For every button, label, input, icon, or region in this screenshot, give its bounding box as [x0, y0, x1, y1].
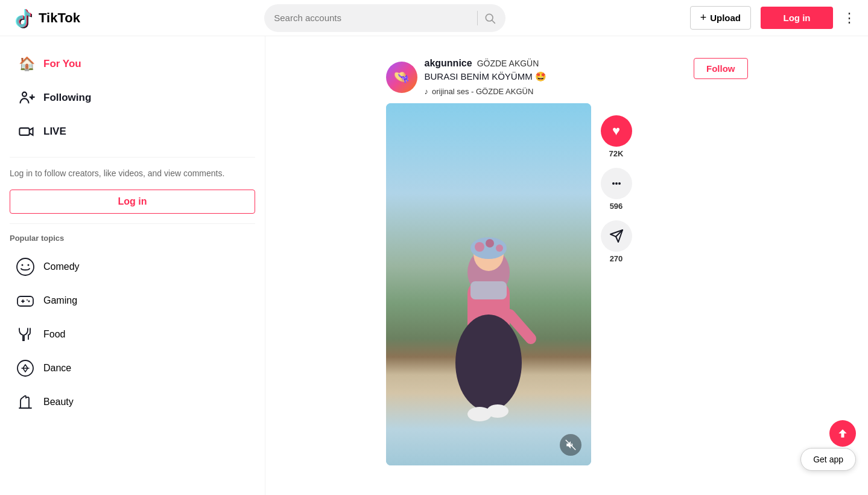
share-button[interactable] — [601, 220, 632, 252]
popular-topics-label: Popular topics — [10, 234, 255, 243]
topic-dance[interactable]: Dance — [10, 351, 255, 385]
sidebar: 🏠 For You Following — [0, 36, 265, 495]
search-divider — [477, 11, 478, 25]
layout: 🏠 For You Following — [0, 36, 868, 495]
video-card: 👒 akgunnice GÖZDE AKGÜN BURASI BENİM KÖY… — [386, 48, 748, 475]
header-right: + Upload Log in ⋮ — [690, 6, 856, 30]
header: TikTok + Upload Log in ⋮ — [0, 0, 868, 36]
upload-label: Upload — [710, 13, 741, 23]
main-nav: 🏠 For You Following — [10, 48, 255, 147]
live-icon — [17, 122, 36, 141]
music-icon: ♪ — [425, 87, 429, 96]
sidebar-item-label-live: LIVE — [43, 126, 66, 138]
svg-point-9 — [27, 299, 28, 301]
author-fullname: GÖZDE AKGÜN — [477, 59, 539, 68]
video-author: 👒 akgunnice GÖZDE AKGÜN BURASI BENİM KÖY… — [386, 58, 546, 96]
login-prompt: Log in to follow creators, like videos, … — [10, 167, 255, 180]
search-input[interactable] — [274, 13, 471, 23]
like-count: 72K — [609, 149, 624, 158]
video-description: BURASI BENİM KÖYÜMM 🤩 — [425, 71, 546, 82]
like-action: ♥ 72K — [601, 115, 632, 158]
heart-icon: ♥ — [612, 123, 620, 139]
search-button[interactable] — [484, 12, 496, 24]
svg-point-14 — [475, 242, 484, 252]
share-count: 270 — [610, 254, 623, 263]
svg-point-26 — [618, 182, 621, 185]
svg-point-19 — [455, 315, 522, 411]
svg-rect-3 — [19, 128, 29, 135]
upload-button[interactable]: + Upload — [690, 6, 751, 30]
svg-point-16 — [496, 244, 503, 252]
video-content-row: ♥ 72K 596 — [386, 103, 748, 465]
feed-container: 👒 akgunnice GÖZDE AKGÜN BURASI BENİM KÖY… — [386, 48, 748, 483]
comment-action: 596 — [601, 168, 632, 211]
sidebar-item-label-following: Following — [43, 92, 91, 104]
svg-point-25 — [615, 182, 618, 185]
arrow-up-icon — [837, 427, 849, 439]
header-login-button[interactable]: Log in — [761, 7, 833, 29]
topic-gaming[interactable]: Gaming — [10, 284, 255, 318]
comedy-icon — [14, 256, 36, 278]
svg-point-8 — [28, 301, 30, 302]
tiktok-logo-icon — [12, 7, 34, 29]
video-thumbnail[interactable] — [386, 103, 591, 465]
more-options-button[interactable]: ⋮ — [843, 10, 856, 26]
dance-icon — [14, 357, 36, 379]
search-bar[interactable] — [264, 4, 505, 32]
following-icon — [17, 88, 36, 107]
sidebar-item-for-you[interactable]: 🏠 For You — [10, 48, 255, 80]
topics-divider — [10, 223, 255, 224]
topic-food-label: Food — [43, 329, 65, 340]
svg-rect-18 — [470, 281, 507, 299]
topic-dance-label: Dance — [43, 363, 71, 374]
get-app-button[interactable]: Get app — [800, 448, 856, 471]
topic-comedy[interactable]: Comedy — [10, 250, 255, 284]
nav-divider — [10, 157, 255, 158]
topic-beauty-label: Beauty — [43, 397, 74, 407]
topic-beauty[interactable]: Beauty — [10, 385, 255, 419]
search-icon — [484, 12, 496, 24]
sidebar-item-following[interactable]: Following — [10, 82, 255, 113]
author-info: akgunnice GÖZDE AKGÜN BURASI BENİM KÖYÜM… — [425, 58, 546, 96]
sidebar-item-label-for-you: For You — [43, 58, 81, 70]
comment-icon — [609, 176, 624, 191]
avatar: 👒 — [386, 62, 417, 93]
sidebar-login-button[interactable]: Log in — [10, 190, 255, 214]
sound-label: orijinal ses - GÖZDE AKGÜN — [432, 87, 533, 96]
topic-comedy-label: Comedy — [43, 261, 80, 272]
video-header: 👒 akgunnice GÖZDE AKGÜN BURASI BENİM KÖY… — [386, 58, 748, 96]
comment-button[interactable] — [601, 168, 632, 199]
mute-button[interactable] — [560, 434, 581, 456]
svg-point-4 — [17, 258, 34, 275]
svg-rect-7 — [17, 296, 33, 306]
comment-count: 596 — [610, 202, 623, 211]
author-username[interactable]: akgunnice — [425, 58, 472, 69]
mute-icon — [565, 439, 576, 450]
gaming-icon — [14, 290, 36, 311]
beauty-icon — [14, 391, 36, 413]
follow-button[interactable]: Follow — [694, 58, 748, 79]
share-icon — [609, 229, 624, 243]
like-button[interactable]: ♥ — [601, 115, 632, 147]
avatar-image: 👒 — [386, 62, 417, 93]
svg-point-5 — [22, 264, 24, 266]
svg-point-2 — [22, 92, 27, 97]
topic-gaming-label: Gaming — [43, 295, 77, 306]
person-in-video — [434, 236, 543, 429]
svg-point-15 — [486, 239, 494, 248]
video-sound[interactable]: ♪ orijinal ses - GÖZDE AKGÜN — [425, 87, 546, 96]
video-actions: ♥ 72K 596 — [601, 103, 632, 263]
home-icon: 🏠 — [17, 54, 36, 74]
svg-line-1 — [492, 20, 495, 23]
food-icon — [14, 324, 36, 345]
video-wrapper — [386, 103, 591, 465]
topics-list: Comedy Gaming — [10, 250, 255, 419]
sidebar-item-live[interactable]: LIVE — [10, 116, 255, 147]
logo[interactable]: TikTok — [12, 7, 80, 29]
svg-point-21 — [487, 404, 508, 418]
scroll-to-top-button[interactable] — [829, 420, 856, 447]
main-feed: 👒 akgunnice GÖZDE AKGÜN BURASI BENİM KÖY… — [265, 36, 868, 495]
topic-food[interactable]: Food — [10, 318, 255, 351]
logo-text: TikTok — [39, 10, 80, 26]
svg-point-24 — [612, 182, 615, 185]
